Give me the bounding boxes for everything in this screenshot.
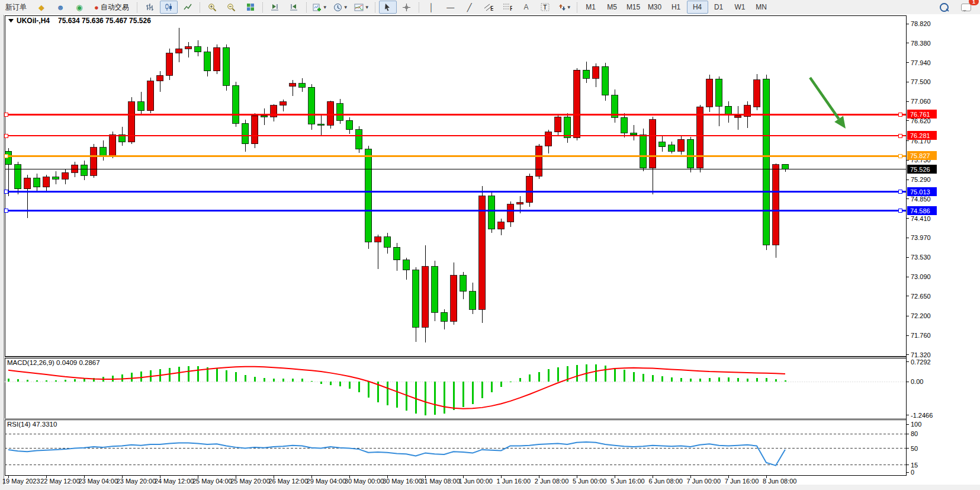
candle [394, 247, 400, 260]
line-handle[interactable] [4, 113, 8, 116]
autotrade-button[interactable]: ● 自动交易 [89, 1, 134, 14]
time-tick-label: 7 Jun 00:00 [687, 478, 721, 485]
fibonacci-tool[interactable]: F [499, 1, 516, 14]
price-tick-label: 73.090 [911, 273, 931, 280]
price-line-label: 74.586 [910, 207, 930, 214]
svg-text:E: E [490, 5, 493, 11]
line-handle[interactable] [898, 190, 902, 194]
candle [640, 135, 647, 168]
time-tick-label: 31 May 08:00 [420, 478, 460, 485]
line-handle[interactable] [898, 134, 902, 137]
macd-label: MACD(12,26,9) 0.0409 0.2867 [7, 359, 100, 366]
candle [413, 270, 419, 327]
crosshair-tool[interactable] [398, 1, 416, 14]
new-chart-button[interactable]: ▼ [310, 1, 330, 14]
trendline-tool[interactable]: ╱ [461, 1, 478, 14]
text-tool[interactable]: A [518, 1, 535, 14]
signals-icon[interactable]: ◉ [70, 1, 88, 14]
horizontal-line-tool[interactable]: — [442, 1, 460, 14]
accounts-icon[interactable]: ☻ [52, 1, 69, 14]
candle [498, 222, 505, 229]
cursor-tool[interactable] [379, 1, 397, 14]
candle [91, 148, 97, 176]
candle [687, 139, 694, 168]
candle [346, 120, 353, 130]
equidistant-channel-tool[interactable]: E [480, 1, 497, 14]
timeframe-h4[interactable]: H4 [687, 1, 708, 14]
zoom-in-icon[interactable] [204, 1, 221, 14]
price-chart-canvas[interactable]: 78.82078.38077.94077.50077.06076.62076.1… [0, 14, 980, 490]
candle [81, 165, 88, 175]
candle [555, 117, 561, 132]
vertical-line-tool[interactable]: │ [423, 1, 441, 14]
price-tick-label: 72.200 [911, 312, 931, 319]
timeframe-m1[interactable]: M1 [580, 1, 602, 14]
mt4-terminal-window: { "toolbar": { "new_order_label": "新订单",… [0, 0, 980, 490]
auto-scroll-icon[interactable] [285, 1, 303, 14]
timeframe-m30[interactable]: M30 [644, 1, 666, 14]
line-handle[interactable] [898, 113, 902, 116]
timeframe-mn[interactable]: MN [751, 1, 772, 14]
chevron-down-icon: ▼ [365, 5, 369, 10]
chart-window[interactable]: 78.82078.38077.94077.50077.06076.62076.1… [0, 14, 980, 490]
chevron-down-icon: ▼ [343, 5, 348, 10]
line-handle[interactable] [4, 154, 8, 158]
price-tick-label: 71.760 [911, 332, 931, 339]
candle [678, 139, 685, 151]
candle [432, 267, 438, 313]
svg-text:F: F [510, 5, 512, 11]
bar-chart-icon[interactable] [141, 1, 159, 14]
svg-text:T: T [543, 4, 547, 11]
candle [716, 79, 722, 106]
candle [650, 120, 656, 168]
tile-windows-icon[interactable] [242, 1, 259, 14]
timeframe-m15[interactable]: M15 [623, 1, 644, 14]
candle [299, 84, 306, 88]
candle [252, 116, 258, 144]
time-tick-label: 25 May 04:00 [192, 478, 232, 485]
candle [147, 81, 154, 111]
timeframe-m5[interactable]: M5 [602, 1, 623, 14]
time-tick-label: 1 Jun 00:00 [458, 478, 493, 485]
candle [214, 47, 220, 71]
time-tick-label: 1 Jun 16:00 [497, 478, 531, 485]
zoom-out-icon[interactable] [223, 1, 240, 14]
candle [706, 79, 713, 107]
candle [280, 102, 287, 105]
line-handle[interactable] [4, 209, 8, 213]
candle [441, 312, 448, 321]
line-handle[interactable] [898, 209, 902, 213]
macd-tick-label: -1.2466 [911, 412, 933, 419]
candle [621, 117, 628, 133]
line-handle[interactable] [4, 190, 8, 194]
rsi-tick-label: 15 [911, 462, 918, 469]
timeframe-w1[interactable]: W1 [730, 1, 751, 14]
chat-notifications-button[interactable]: 1 [957, 1, 975, 14]
line-chart-icon[interactable] [179, 1, 197, 14]
timeframe-d1[interactable]: D1 [708, 1, 730, 14]
new-order-button[interactable]: 新订单 [1, 1, 31, 14]
line-handle[interactable] [4, 134, 8, 137]
price-line-label: 75.827 [910, 152, 930, 159]
deposit-icon[interactable]: ◆ [33, 1, 50, 14]
line-handle[interactable] [898, 154, 902, 158]
price-line-label: 76.761 [910, 111, 930, 118]
arrow-objects-tool[interactable]: ▼ [555, 1, 574, 14]
candle [356, 130, 362, 149]
timeframes-clock-button[interactable]: ▼ [331, 1, 351, 14]
candle [223, 47, 230, 85]
candlestick-chart-icon[interactable] [160, 1, 178, 14]
candle [536, 146, 542, 176]
candle [564, 117, 571, 137]
price-line-label: 75.013 [910, 188, 930, 196]
candle [138, 102, 144, 111]
indicators-button[interactable]: ▼ [352, 1, 372, 14]
search-icon[interactable] [935, 1, 953, 14]
candle [422, 267, 429, 327]
shift-chart-end-icon[interactable] [266, 1, 284, 14]
price-tick-label: 77.500 [911, 78, 931, 85]
candle [479, 196, 486, 310]
text-label-tool[interactable]: T [536, 1, 554, 14]
candle [574, 70, 580, 137]
timeframe-h1[interactable]: H1 [666, 1, 687, 14]
